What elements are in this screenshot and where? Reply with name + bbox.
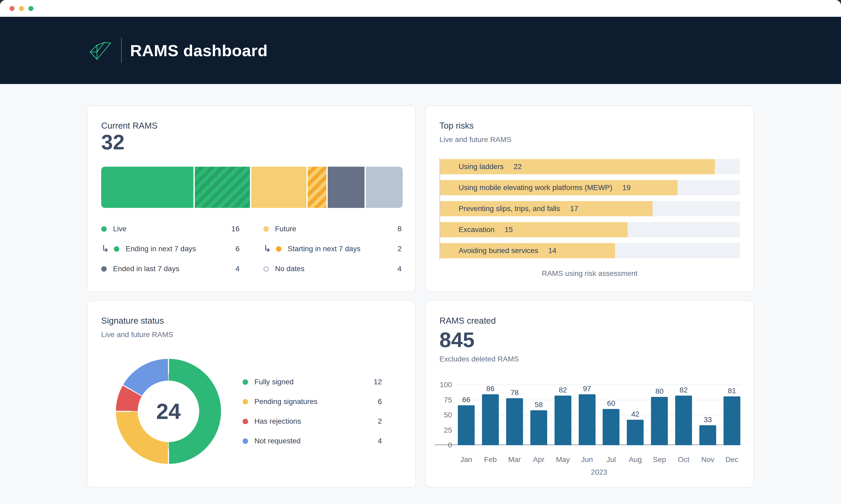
bar [699, 425, 716, 445]
risk-bar-text: Avoiding buried services14 [459, 243, 556, 258]
legend-row: ↳Ending in next 7 days6 [101, 244, 240, 254]
stacked-segment-ending-in-next-7-days [195, 167, 250, 208]
legend-value: 12 [374, 378, 382, 386]
rams-created-total: 845 [440, 329, 474, 350]
legend-label: Fully signed [254, 378, 374, 386]
risk-label: Using mobile elevating work platforms (M… [459, 183, 612, 192]
bar-column: 33 [699, 385, 716, 445]
stacked-segment-starting-in-next-7-days [308, 167, 326, 208]
stacked-segment-future [251, 167, 306, 208]
bar-value-label: 58 [535, 401, 543, 409]
current-rams-total: 32 [101, 132, 124, 153]
month-label: Nov [699, 455, 716, 464]
bar-column: 58 [530, 385, 547, 445]
bar [603, 409, 619, 445]
y-axis-tick-label: 100 [431, 381, 452, 389]
legend-row: Ended in last 7 days4 [101, 264, 240, 274]
legend-row: No dates4 [263, 264, 402, 274]
bar-column: 78 [506, 385, 523, 445]
bar-value-label: 60 [607, 399, 615, 408]
legend-label: Future [275, 225, 398, 233]
legend-label: Live [113, 225, 231, 233]
top-risks-title: Top risks [440, 121, 474, 131]
legend-row: Not requested4 [243, 436, 382, 446]
dot-marker-icon [243, 379, 248, 385]
current-rams-legend: Live16Future8↳Ending in next 7 days6↳Sta… [101, 224, 401, 274]
legend-row: Fully signed12 [243, 377, 382, 387]
legend-value: 6 [236, 245, 240, 253]
month-label: Apr [530, 455, 547, 464]
rams-created-subtitle: Excludes deleted RAMS [440, 355, 519, 363]
bar-column: 80 [651, 385, 668, 445]
bar [506, 398, 523, 445]
month-axis-labels: JanFebMarAprMayJunJulAugSepOctNovDec [458, 455, 740, 464]
month-label: May [554, 455, 571, 464]
donut-total: 24 [156, 399, 181, 424]
bar-value-label: 81 [728, 387, 736, 395]
window-zoom-button[interactable] [28, 6, 33, 11]
legend-label: Pending signatures [254, 397, 378, 406]
window-minimize-button[interactable] [19, 6, 24, 11]
ring-marker-icon [263, 266, 269, 272]
risk-value: 17 [570, 204, 578, 213]
top-risks-footer-label: RAMS using risk assessment [426, 269, 754, 278]
month-label: Jan [458, 455, 475, 464]
legend-value: 4 [236, 265, 240, 273]
brand-logo-icon [87, 37, 114, 64]
bar [627, 420, 643, 445]
bar-value-label: 80 [655, 388, 664, 395]
bar [482, 394, 499, 445]
dot-marker-icon [276, 246, 281, 252]
top-risks-card: Top risks Live and future RAMS Using lad… [425, 106, 754, 292]
bar-value-label: 82 [680, 386, 688, 394]
risk-label: Preventing slips, trips, and falls [459, 204, 560, 213]
bar [651, 397, 668, 445]
stacked-segment-live [101, 167, 193, 208]
risk-value: 19 [622, 183, 631, 192]
legend-row: ↳Starting in next 7 days2 [263, 244, 402, 254]
sub-arrow-icon: ↳ [263, 244, 276, 254]
risk-label: Using ladders [459, 162, 503, 171]
bar-value-label: 78 [510, 389, 518, 397]
legend-label: Ended in last 7 days [113, 265, 236, 273]
month-label: Feb [482, 455, 499, 464]
risk-value: 22 [514, 162, 522, 171]
donut-hole: 24 [138, 381, 199, 442]
legend-row: Future8 [263, 224, 402, 234]
top-risks-subtitle: Live and future RAMS [440, 136, 512, 144]
dot-marker-icon [101, 266, 107, 272]
bar-column: 82 [675, 385, 692, 445]
risk-bar-row: Avoiding buried services14 [440, 243, 740, 258]
bar-column: 82 [554, 385, 571, 445]
window-close-button[interactable] [10, 6, 15, 11]
bar [675, 396, 692, 445]
risk-bar-text: Preventing slips, trips, and falls17 [459, 201, 578, 216]
bar-column: 86 [482, 385, 499, 445]
bar-column: 60 [603, 385, 619, 445]
bars-area: 668678588297604280823381 [458, 385, 740, 445]
legend-label: Ending in next 7 days [126, 245, 236, 253]
legend-value: 2 [378, 417, 382, 426]
dot-marker-icon [243, 399, 248, 404]
y-axis-tick-label: 0 [431, 441, 452, 449]
legend-value: 2 [397, 245, 401, 253]
top-risks-bars: Using ladders22Using mobile elevating wo… [440, 159, 740, 264]
legend-label: No dates [275, 265, 398, 273]
app-header: RAMS dashboard [0, 17, 841, 84]
stacked-segment-ended-in-last-7-days [328, 167, 364, 208]
month-label: Jul [603, 455, 619, 464]
bar-value-label: 33 [704, 416, 712, 424]
legend-row: Live16 [101, 224, 240, 234]
risk-bar-row: Excavation15 [440, 222, 740, 237]
signature-donut-chart: 24 [116, 359, 221, 464]
legend-value: 16 [231, 225, 239, 233]
bar-column: 66 [458, 385, 475, 445]
dot-marker-icon [263, 226, 269, 232]
dot-marker-icon [101, 226, 107, 232]
risk-value: 14 [548, 247, 556, 255]
risk-bar-row: Using ladders22 [440, 159, 740, 174]
legend-value: 4 [378, 437, 382, 445]
bar [723, 396, 740, 445]
legend-value: 8 [397, 225, 401, 233]
bar [458, 405, 475, 445]
